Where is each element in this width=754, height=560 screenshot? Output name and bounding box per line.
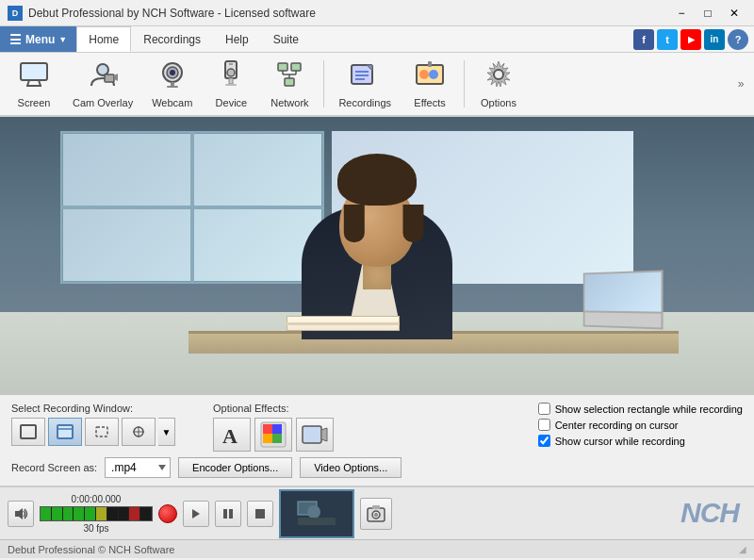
level-meter [40, 506, 153, 521]
person-hair [337, 154, 417, 206]
window-controls: − □ ✕ [669, 4, 746, 23]
video-options-button[interactable]: Video Options... [300, 457, 402, 478]
time-section: 0:00:00.000 30 fps [40, 494, 153, 534]
svg-point-62 [374, 513, 378, 517]
optional-effects-section: Optional Effects: A [213, 403, 334, 452]
toolbar-recordings[interactable]: Recordings [330, 57, 400, 111]
oe-video-button[interactable] [296, 418, 334, 452]
rw-fullscreen-button[interactable] [11, 418, 45, 446]
window-title: Debut Professional by NCH Software - Lic… [28, 7, 669, 20]
menu-bar: ☰ Menu ▼ Home Recordings Help Suite f t … [0, 26, 754, 53]
svg-rect-44 [263, 424, 272, 434]
toolbar-device[interactable]: Device [203, 57, 259, 111]
facebook-icon[interactable]: f [633, 29, 654, 50]
toolbar-network[interactable]: Network [261, 57, 318, 111]
record-as-label: Record Screen as: [11, 462, 97, 473]
screen-icon [19, 59, 49, 93]
controls-row1: Select Recording Window: ▼ Optional Effe [11, 403, 743, 452]
toolbar-overflow-button[interactable]: » [733, 70, 748, 98]
preview-thumbnail[interactable] [279, 489, 354, 538]
toolbar-webcam[interactable]: Webcam [143, 57, 201, 111]
person-hair-right [403, 205, 424, 242]
controls-panel: Select Recording Window: ▼ Optional Effe [0, 395, 754, 486]
menu-dropdown-button[interactable]: ☰ Menu ▼ [0, 26, 76, 52]
level-seg-1 [41, 507, 52, 520]
level-seg-4 [74, 507, 85, 520]
device-icon [216, 59, 246, 93]
svg-rect-38 [96, 427, 107, 436]
menu-item-home[interactable]: Home [76, 26, 131, 52]
level-seg-2 [52, 507, 63, 520]
close-button[interactable]: ✕ [722, 4, 746, 23]
minimize-button[interactable]: − [669, 4, 694, 23]
center-cursor-label: Center recording on cursor [555, 420, 679, 431]
toolbar-separator-1 [323, 60, 324, 107]
format-select[interactable]: .mp4 .avi .wmv .mkv [105, 457, 171, 478]
status-text: Debut Professional © NCH Software [8, 544, 174, 555]
svg-point-31 [429, 70, 438, 79]
youtube-icon[interactable]: ▶ [680, 29, 701, 50]
svg-rect-61 [372, 505, 380, 509]
svg-rect-35 [21, 425, 36, 438]
center-cursor-checkbox-row[interactable]: Center recording on cursor [538, 419, 743, 431]
linkedin-icon[interactable]: in [704, 29, 725, 50]
bg-window-grid [60, 131, 324, 284]
menu-item-recordings[interactable]: Recordings [131, 26, 213, 52]
title-bar: D Debut Professional by NCH Software - L… [0, 0, 754, 26]
twitter-icon[interactable]: t [657, 29, 678, 50]
status-resize-handle: ◢ [739, 544, 746, 554]
svg-rect-45 [272, 424, 282, 434]
toolbar-effects-label: Effects [414, 97, 445, 108]
show-cursor-checkbox[interactable] [538, 435, 550, 447]
record-button[interactable] [158, 504, 177, 523]
svg-rect-28 [355, 78, 365, 80]
toolbar-effects[interactable]: Effects [402, 57, 458, 111]
encoder-options-button[interactable]: Encoder Options... [178, 457, 292, 478]
level-seg-5 [85, 507, 96, 520]
rw-around-mouse-button[interactable] [122, 418, 156, 446]
menu-item-help[interactable]: Help [213, 26, 261, 52]
oe-color-button[interactable] [254, 418, 292, 452]
level-seg-9 [129, 507, 140, 520]
svg-rect-19 [285, 78, 294, 86]
toolbar-options-label: Options [481, 97, 516, 108]
rw-dropdown-button[interactable]: ▼ [158, 418, 175, 446]
svg-rect-15 [229, 78, 233, 84]
show-cursor-checkbox-row[interactable]: Show cursor while recording [538, 435, 743, 447]
toolbar-screen[interactable]: Screen [6, 57, 62, 111]
menu-item-suite[interactable]: Suite [261, 26, 311, 52]
pause-button[interactable] [215, 501, 241, 527]
time-display: 0:00:00.000 [63, 494, 129, 504]
video-scene [0, 117, 754, 395]
svg-rect-47 [272, 434, 282, 443]
show-rect-checkbox[interactable] [538, 403, 550, 415]
stop-button[interactable] [247, 501, 273, 527]
svg-rect-52 [223, 509, 227, 519]
maximize-button[interactable]: □ [696, 4, 720, 23]
optional-effects-label: Optional Effects: [213, 403, 334, 414]
toolbar-options[interactable]: Options [470, 57, 527, 111]
volume-button[interactable] [8, 501, 34, 527]
svg-point-30 [419, 70, 429, 79]
svg-text:NCH: NCH [680, 497, 741, 528]
controls-row2: Record Screen as: .mp4 .avi .wmv .mkv En… [11, 457, 743, 478]
svg-point-4 [97, 64, 108, 75]
nch-logo: NCH [680, 492, 746, 535]
cam-overlay-icon [88, 59, 118, 93]
svg-rect-26 [355, 71, 369, 73]
options-icon [484, 59, 514, 93]
checkboxes-area: Show selection rectangle while recording… [538, 403, 743, 447]
rw-region-button[interactable] [85, 418, 119, 446]
screenshot-button[interactable] [360, 498, 392, 530]
center-cursor-checkbox[interactable] [538, 419, 550, 431]
rw-window-button[interactable] [48, 418, 82, 446]
help-icon[interactable]: ? [728, 29, 748, 50]
toolbar-cam-overlay[interactable]: Cam Overlay [64, 57, 141, 111]
oe-text-button[interactable]: A [213, 418, 251, 452]
laptop-screen [584, 272, 661, 314]
svg-rect-48 [303, 426, 321, 443]
optional-effects-buttons: A [213, 418, 334, 452]
svg-point-9 [170, 70, 175, 75]
play-button[interactable] [183, 501, 209, 527]
show-rect-checkbox-row[interactable]: Show selection rectangle while recording [538, 403, 743, 415]
